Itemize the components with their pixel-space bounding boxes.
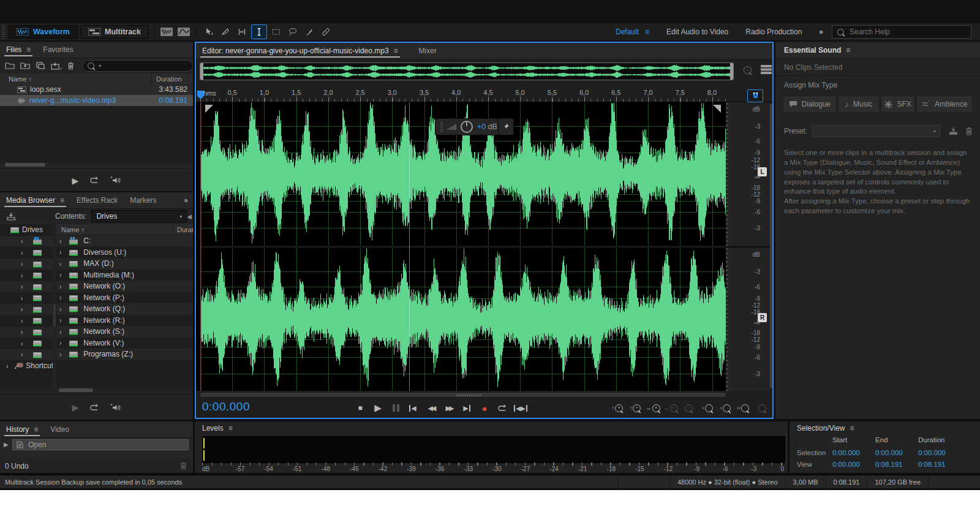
amplitude-ruler[interactable]: dB-3-6-9-12-18-∞-18-12-9-6-3 dB-3-6-9-12… [726,102,770,391]
help-search-input[interactable] [848,27,943,37]
media-loop-playback-button[interactable] [89,404,99,412]
stop-button[interactable]: ■ [352,401,368,415]
drive-row[interactable]: ›Network (V:) [56,338,193,349]
tree-drive-item[interactable]: › [0,270,53,281]
waveform-display[interactable]: +0 dB [196,102,726,391]
time-display[interactable]: 0:00.000 [202,400,250,414]
collapse-arrow-icon[interactable]: ◀ [187,213,192,220]
import-file-button[interactable] [20,62,30,69]
tab-favorites[interactable]: Favorites [37,42,79,58]
overview-navigator[interactable] [200,62,734,80]
record-button[interactable]: ● [477,401,492,415]
drive-row[interactable]: ›Multimedia (M:) [56,270,193,281]
delete-preset-icon[interactable] [965,127,973,135]
panel-overflow-chevron[interactable]: » [184,196,188,205]
files-column-duration[interactable]: Duration [151,74,193,84]
hud-volume[interactable]: +0 dB [435,118,503,135]
play-button[interactable]: ▶ [370,401,386,415]
history-entry-open[interactable]: Open [12,439,189,450]
tab-media-browser[interactable]: Media Browser≡ [0,192,70,208]
tree-drive-item[interactable]: › [0,259,53,270]
levels-menu-icon[interactable]: ≡ [228,424,233,432]
trash-icon[interactable] [67,62,74,70]
media-column-name[interactable]: Name ↑ [56,226,85,233]
file-row[interactable]: never-g...music-video.mp30:08.191 [0,95,193,106]
new-file-button[interactable] [36,62,45,69]
workspace-item-edit-audio-to-video[interactable]: Edit Audio to Video [658,28,737,36]
files-autoplay-button[interactable] [110,176,121,184]
tab-markers[interactable]: Markers [124,192,162,208]
marquee-selection-tool[interactable] [269,25,284,39]
volume-knob[interactable] [461,121,473,133]
tab-files[interactable]: Files≡ [0,42,37,58]
tree-drive-item[interactable]: › [0,338,53,349]
workspace-item-radio-production[interactable]: Radio Production [737,28,810,36]
selview-value[interactable]: 0:00.000 [832,449,875,456]
workspace-menu-icon[interactable]: ≡ [645,28,649,36]
zoom-reset-button[interactable] [754,401,770,415]
timeline-ruler[interactable]: hms 0,51,01,52,02,53,03,54,04,55,05,56,0… [196,88,772,102]
zoom-in-time-button[interactable]: ↔+ [645,401,661,415]
selview-value[interactable]: 0:00.000 [875,449,918,456]
history-trash-icon[interactable] [180,462,187,470]
spot-healing-brush-tool[interactable] [318,25,333,39]
mix-type-dialogue[interactable]: Dialogue [783,96,837,113]
tab-editor[interactable]: Editor: never-gonna-give-you-up-official… [196,43,404,59]
move-tool[interactable] [202,25,216,39]
hud-volume-value[interactable]: +0 [477,123,486,131]
mix-type-ambience[interactable]: Ambience [916,96,973,113]
tree-drive-item[interactable]: › [0,292,53,304]
move-next-button[interactable]: ▶ [459,401,475,415]
zoom-in-at-in-point-button[interactable]: ‹ [699,401,715,415]
media-column-duration[interactable]: Duration [173,226,193,233]
hud-grip[interactable] [440,122,443,132]
zoom-out-full-button[interactable]: − [680,401,696,415]
zoom-out-amplitude-button[interactable]: ↑− [627,401,643,415]
pause-button[interactable] [388,401,404,415]
overview-right-handle[interactable] [730,63,733,80]
editor-panel-menu-icon[interactable]: ≡ [394,47,398,55]
paintbrush-tool[interactable] [302,25,317,39]
tab-mixer[interactable]: Mixer [413,43,443,59]
mix-type-music[interactable]: ♪Music [838,96,880,113]
tree-drive-item[interactable]: › [0,327,53,338]
zoom-out-time-button[interactable]: ↔− [663,401,679,415]
drive-row[interactable]: ›Diversos (U:) [56,247,193,259]
fast-forward-button[interactable]: ▶▶ [441,401,457,415]
tree-drive-item[interactable]: › [0,236,53,247]
media-import-button[interactable] [6,212,16,221]
tree-drive-item[interactable]: › [0,281,53,293]
drive-row[interactable]: ›C: [56,235,193,247]
multitrack-view-button[interactable]: Multitrack [80,25,149,39]
zoom-in-amplitude-button[interactable]: ↑+ [609,401,625,415]
media-autoplay-button[interactable] [110,404,121,412]
files-hscrollbar[interactable] [5,163,45,167]
files-column-status[interactable] [124,78,151,80]
time-selection-tool[interactable] [251,25,267,39]
workspace-default[interactable]: Default≡ [607,28,658,36]
files-loop-playback-button[interactable] [89,176,99,184]
essential-sound-menu-icon[interactable]: ≡ [846,46,850,55]
files-panel-menu-icon[interactable]: ≡ [26,45,31,54]
selview-value[interactable]: 0:08.191 [875,461,918,468]
help-search[interactable] [832,25,971,39]
razor-tool[interactable] [218,25,233,39]
preset-dropdown[interactable]: ▾ [812,125,940,137]
drive-row[interactable]: ›Network (R:) [56,315,193,327]
toolbar-grip[interactable] [2,25,5,39]
media-hscrollbar[interactable] [59,388,93,392]
rewind-button[interactable]: ◀◀ [423,401,439,415]
editor-hscrollbar[interactable] [200,392,726,398]
workspace-overflow[interactable]: » [810,28,832,36]
contents-dropdown[interactable]: Drives ▾ [91,210,187,222]
selview-value[interactable]: 0:00.000 [918,449,967,456]
drive-row[interactable]: ›Network (P:) [56,292,193,304]
zoom-out-full-icon[interactable]: − [744,66,752,74]
tab-video[interactable]: Video [44,421,75,437]
selview-value[interactable]: 0:00.000 [832,461,875,468]
files-play-button[interactable]: ▶ [72,176,79,186]
loop-playback-button[interactable] [494,401,510,415]
open-file-button[interactable] [5,62,15,69]
drive-row[interactable]: ›Network (Q:) [56,303,193,315]
levels-meter[interactable] [202,436,785,463]
